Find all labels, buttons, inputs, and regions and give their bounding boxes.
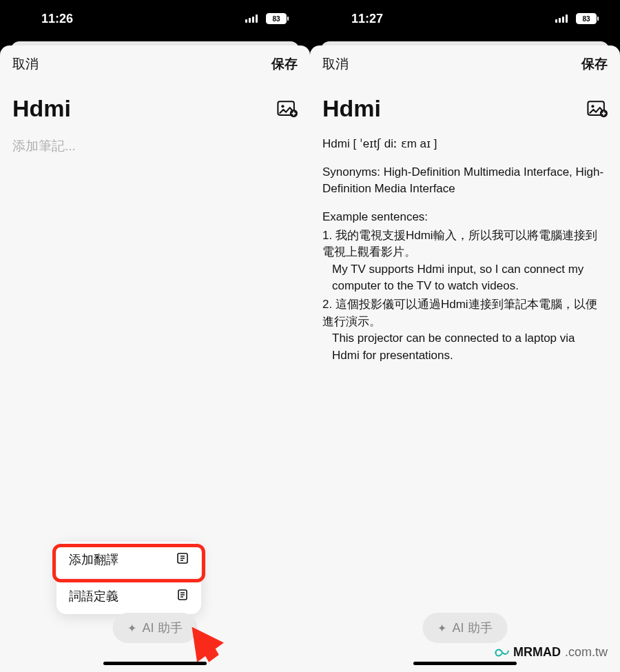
examples-label: Example sentences:	[322, 209, 605, 226]
document-icon	[176, 589, 189, 604]
phone-left: 11:26 83 取消 保存 Hdmi	[0, 0, 310, 672]
menu-label: 詞語定義	[69, 588, 118, 604]
menu-add-translation[interactable]: 添加翻譯	[56, 542, 201, 578]
svg-point-1	[281, 105, 284, 108]
ai-button-label: AI 助手	[452, 620, 492, 636]
cancel-button[interactable]: 取消	[12, 55, 39, 73]
ai-button-label: AI 助手	[142, 620, 182, 636]
example-1-en: My TV supports Hdmi input, so I can conn…	[322, 261, 605, 295]
status-right: 83	[555, 12, 597, 25]
note-sheet: 取消 保存 Hdmi 添加筆記... 添加翻譯	[0, 45, 310, 672]
sheet-handle	[310, 37, 620, 45]
home-indicator[interactable]	[103, 662, 207, 665]
note-body[interactable]: Hdmi [ ˈeɪtʃ diː ɛm aɪ ] Synonyms: High-…	[322, 136, 608, 376]
pronunciation-line: Hdmi [ ˈeɪtʃ diː ɛm aɪ ]	[322, 136, 605, 153]
note-title[interactable]: Hdmi	[12, 95, 71, 122]
example-2-en: This projector can be connected to a lap…	[322, 330, 605, 364]
note-placeholder[interactable]: 添加筆記...	[12, 137, 298, 155]
battery-icon: 83	[576, 13, 597, 24]
watermark-brand: MRMAD	[513, 645, 561, 660]
sheet-handle	[0, 37, 310, 45]
battery-icon: 83	[266, 13, 287, 24]
status-time: 11:26	[41, 12, 73, 26]
add-image-icon[interactable]	[587, 100, 608, 118]
ai-assistant-button[interactable]: ✦ AI 助手	[422, 613, 507, 643]
svg-point-6	[591, 105, 594, 108]
menu-word-definition[interactable]: 詞語定義	[56, 578, 201, 614]
infinity-icon	[491, 647, 509, 658]
ai-popup-menu: 添加翻譯 詞語定義	[56, 542, 201, 614]
sparkle-icon: ✦	[127, 622, 136, 635]
home-indicator[interactable]	[413, 662, 517, 665]
cancel-button[interactable]: 取消	[322, 55, 349, 73]
cellular-icon	[245, 14, 258, 23]
status-bar: 11:27 83	[310, 0, 620, 37]
add-image-icon[interactable]	[277, 100, 298, 118]
watermark-domain: .com.tw	[565, 645, 608, 660]
example-2-zh: 2. 這個投影儀可以通過Hdmi連接到筆記本電腦，以便進行演示。	[322, 298, 597, 328]
note-title[interactable]: Hdmi	[322, 95, 381, 122]
status-right: 83	[245, 12, 287, 25]
sparkle-icon: ✦	[437, 622, 446, 635]
watermark: MRMAD.com.tw	[491, 645, 608, 660]
cellular-icon	[555, 14, 568, 23]
synonyms-line: Synonyms: High-Definition Multimedia Int…	[322, 164, 605, 198]
example-1-zh: 1. 我的電視支援Hdmi輸入，所以我可以將電腦連接到電視上觀看影片。	[322, 229, 597, 259]
note-sheet: 取消 保存 Hdmi Hdmi [ ˈeɪtʃ diː ɛm aɪ ]	[310, 45, 620, 672]
status-time: 11:27	[351, 12, 383, 26]
menu-label: 添加翻譯	[69, 551, 118, 568]
phone-right: 11:27 83 取消 保存 Hdmi	[310, 0, 620, 672]
status-bar: 11:26 83	[0, 0, 310, 37]
save-button[interactable]: 保存	[581, 55, 608, 73]
save-button[interactable]: 保存	[271, 55, 298, 73]
book-icon	[176, 552, 189, 568]
